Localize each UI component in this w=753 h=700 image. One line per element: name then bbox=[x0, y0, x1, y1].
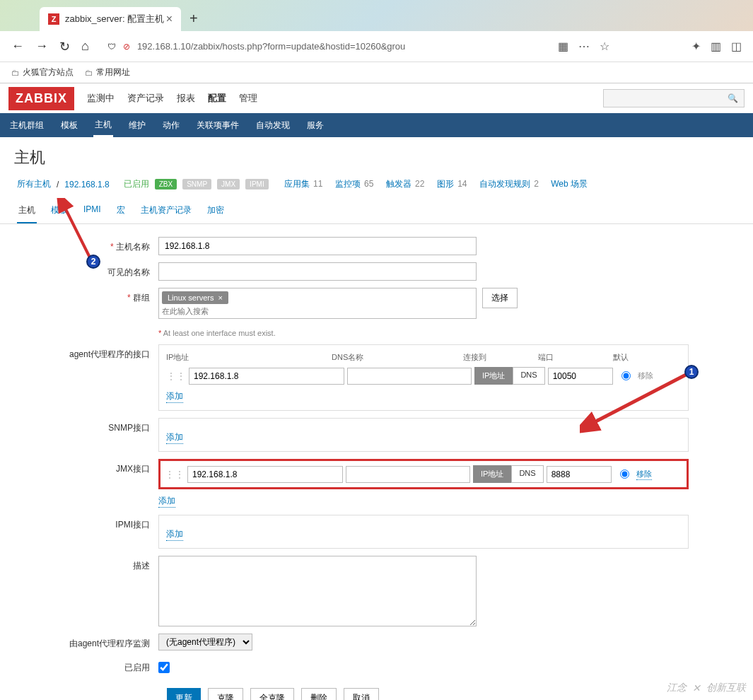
agent-remove-link[interactable]: 移除 bbox=[638, 371, 653, 381]
jmx-ip-input[interactable] bbox=[187, 466, 343, 483]
link-web[interactable]: Web 场景 bbox=[551, 179, 588, 189]
app-header: ZABBIX 监测中 资产记录 报表 配置 管理 🔍 bbox=[0, 83, 753, 113]
toggle-ip[interactable]: IP地址 bbox=[473, 465, 511, 483]
tab-templates[interactable]: 模板 bbox=[49, 200, 69, 223]
close-icon[interactable]: × bbox=[166, 13, 173, 25]
subnav-services[interactable]: 服务 bbox=[305, 114, 325, 137]
subnav-hostgroups[interactable]: 主机群组 bbox=[8, 114, 45, 137]
interface-note: At least one interface must exist. bbox=[158, 329, 276, 337]
jmx-remove-link[interactable]: 移除 bbox=[636, 469, 652, 480]
new-tab-button[interactable]: + bbox=[189, 11, 198, 31]
toggle-ip[interactable]: IP地址 bbox=[474, 367, 513, 385]
label-groups: 群组 bbox=[17, 288, 158, 304]
bookmark-star-icon[interactable]: ☆ bbox=[600, 40, 609, 53]
tab-ipmi[interactable]: IPMI bbox=[82, 200, 103, 223]
library-icon[interactable]: ▥ bbox=[711, 40, 721, 53]
breadcrumb-row: 所有主机 / 192.168.1.8 已启用 ZBX SNMP JMX IPMI… bbox=[0, 175, 753, 197]
nav-configuration[interactable]: 配置 bbox=[208, 92, 226, 105]
link-graphs[interactable]: 图形 14 bbox=[437, 179, 467, 189]
tab-inventory[interactable]: 主机资产记录 bbox=[139, 200, 193, 223]
groups-box[interactable]: Linux servers× bbox=[158, 288, 477, 319]
label-host-name: 主机名称 bbox=[17, 237, 158, 253]
url-text: 192.168.1.10/zabbix/hosts.php?form=updat… bbox=[137, 41, 405, 52]
delete-button[interactable]: 删除 bbox=[301, 688, 337, 700]
subnav-correlation[interactable]: 关联项事件 bbox=[195, 114, 240, 137]
input-host-name[interactable] bbox=[158, 237, 477, 255]
group-search-input[interactable] bbox=[162, 307, 473, 315]
url-bar[interactable]: 🛡 ⊘ 192.168.1.10/zabbix/hosts.php?form=u… bbox=[100, 41, 547, 52]
search-input[interactable]: 🔍 bbox=[603, 89, 745, 107]
main-nav: 监测中 资产记录 报表 配置 管理 bbox=[87, 92, 257, 105]
ipmi-add-link[interactable]: 添加 bbox=[166, 528, 183, 541]
forward-button[interactable]: → bbox=[35, 39, 48, 54]
label-monitored-by: 由agent代理程序监测 bbox=[17, 634, 158, 650]
drag-handle-icon[interactable]: ⋮⋮ bbox=[166, 371, 186, 382]
jmx-highlight: ⋮⋮ IP地址 DNS 移除 bbox=[158, 459, 689, 489]
sidebar-icon[interactable]: ◫ bbox=[731, 40, 742, 53]
drag-handle-icon[interactable]: ⋮⋮ bbox=[165, 469, 185, 480]
subnav-hosts[interactable]: 主机 bbox=[93, 113, 113, 137]
full-clone-button[interactable]: 全克隆 bbox=[250, 688, 294, 700]
breadcrumb-all-hosts[interactable]: 所有主机 bbox=[17, 178, 51, 190]
toggle-dns[interactable]: DNS bbox=[513, 367, 544, 385]
zabbix-logo[interactable]: ZABBIX bbox=[8, 87, 74, 110]
link-items[interactable]: 监控项 65 bbox=[335, 179, 374, 189]
bookmark-item[interactable]: 🗀 火狐官方站点 bbox=[11, 66, 74, 78]
update-button[interactable]: 更新 bbox=[167, 688, 201, 700]
toggle-dns[interactable]: DNS bbox=[511, 465, 543, 483]
subnav-actions[interactable]: 动作 bbox=[161, 114, 181, 137]
link-applications[interactable]: 应用集 11 bbox=[284, 179, 323, 189]
agent-dns-input[interactable] bbox=[347, 368, 472, 385]
jmx-interface-row: ⋮⋮ IP地址 DNS 移除 bbox=[165, 465, 682, 483]
nav-reports[interactable]: 报表 bbox=[177, 92, 195, 105]
jmx-dns-input[interactable] bbox=[346, 466, 470, 483]
agent-default-radio[interactable] bbox=[621, 371, 631, 380]
tab-host[interactable]: 主机 bbox=[17, 200, 37, 223]
subnav-maintenance[interactable]: 维护 bbox=[127, 114, 147, 137]
select-button[interactable]: 选择 bbox=[482, 288, 518, 308]
input-visible-name[interactable] bbox=[158, 262, 477, 281]
description-textarea[interactable] bbox=[158, 556, 477, 626]
breadcrumb-host[interactable]: 192.168.1.8 bbox=[64, 180, 109, 189]
clone-button[interactable]: 克隆 bbox=[208, 688, 243, 700]
nav-administration[interactable]: 管理 bbox=[239, 92, 257, 105]
jmx-port-input[interactable] bbox=[547, 466, 612, 483]
jmx-default-radio[interactable] bbox=[620, 469, 629, 479]
search-icon: 🔍 bbox=[728, 93, 738, 103]
remove-group-icon[interactable]: × bbox=[218, 293, 222, 302]
link-discovery[interactable]: 自动发现规则 2 bbox=[479, 179, 539, 189]
lock-icon: ⊘ bbox=[123, 42, 130, 52]
jmx-add-link[interactable]: 添加 bbox=[158, 495, 175, 508]
browser-tab[interactable]: Z zabbix_server: 配置主机 × bbox=[40, 7, 181, 31]
subnav-discovery[interactable]: 自动发现 bbox=[255, 114, 291, 137]
watermark: 江念 ✕ 创新互联 bbox=[667, 682, 746, 694]
agent-ip-input[interactable] bbox=[189, 368, 344, 385]
agent-port-input[interactable] bbox=[548, 368, 613, 385]
bookmark-item[interactable]: 🗀 常用网址 bbox=[85, 66, 130, 78]
subnav-templates[interactable]: 模板 bbox=[59, 114, 79, 137]
snmp-add-link[interactable]: 添加 bbox=[166, 431, 183, 444]
qr-icon[interactable]: ▦ bbox=[558, 40, 568, 53]
badge-snmp: SNMP bbox=[182, 179, 211, 189]
monitored-by-select[interactable]: (无agent代理程序) bbox=[158, 634, 252, 651]
snmp-interface-box: 添加 bbox=[158, 418, 689, 452]
link-triggers[interactable]: 触发器 22 bbox=[386, 179, 425, 189]
cancel-button[interactable]: 取消 bbox=[344, 688, 379, 700]
extension-icon[interactable]: ✦ bbox=[691, 40, 701, 53]
nav-monitoring[interactable]: 监测中 bbox=[87, 92, 115, 105]
menu-dots-icon[interactable]: ⋯ bbox=[578, 40, 590, 53]
agent-add-link[interactable]: 添加 bbox=[166, 390, 183, 403]
badge-ipmi: IPMI bbox=[245, 179, 269, 189]
enabled-checkbox[interactable] bbox=[158, 662, 170, 673]
nav-inventory[interactable]: 资产记录 bbox=[127, 92, 164, 105]
reload-button[interactable]: ↻ bbox=[59, 39, 70, 54]
shield-icon[interactable]: 🛡 bbox=[107, 42, 116, 52]
badge-zbx: ZBX bbox=[155, 179, 177, 189]
home-button[interactable]: ⌂ bbox=[81, 39, 89, 54]
back-button[interactable]: ← bbox=[11, 39, 24, 54]
folder-icon: 🗀 bbox=[85, 68, 93, 78]
tab-encryption[interactable]: 加密 bbox=[206, 200, 226, 223]
tab-macros[interactable]: 宏 bbox=[115, 200, 127, 223]
badge-jmx: JMX bbox=[217, 179, 240, 189]
label-description: 描述 bbox=[17, 556, 158, 572]
